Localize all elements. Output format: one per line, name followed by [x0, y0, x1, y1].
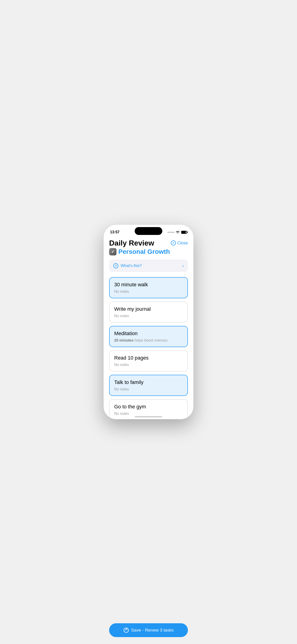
- task-notes-2: No notes: [114, 314, 183, 318]
- task-notes-extra-3: helps boost memory: [134, 338, 168, 342]
- task-list: 30 minute walk No notes Write my journal…: [109, 277, 188, 419]
- battery-icon: [181, 231, 187, 234]
- task-card-4[interactable]: Read 10 pages No notes: [109, 350, 188, 372]
- task-title-3: Meditation: [114, 330, 183, 336]
- status-time: 13:57: [110, 230, 120, 234]
- subtitle-row: ✓ Personal Growth: [109, 248, 188, 256]
- info-text: What's this?: [121, 264, 142, 268]
- task-notes-4: No notes: [114, 363, 183, 367]
- dynamic-island: [135, 227, 162, 235]
- info-left: ? What's this?: [113, 263, 142, 268]
- main-content: Daily Review ✕ Close ✓ Personal Growth: [104, 236, 194, 419]
- task-card-5[interactable]: Talk to family No notes: [109, 375, 188, 396]
- task-notes-1: No notes: [114, 290, 183, 294]
- task-title-2: Write my journal: [114, 306, 183, 312]
- checkmark-icon: ✓: [111, 249, 115, 254]
- status-icons: [168, 230, 187, 234]
- question-icon: ?: [113, 263, 118, 268]
- task-title-4: Read 10 pages: [114, 355, 183, 361]
- category-title: Personal Growth: [118, 248, 170, 256]
- task-title-1: 30 minute walk: [114, 282, 183, 288]
- task-card-2[interactable]: Write my journal No notes: [109, 302, 188, 323]
- task-title-6: Go to the gym: [114, 404, 183, 410]
- page-title: Daily Review: [109, 239, 154, 247]
- task-notes-6: No notes: [114, 412, 183, 416]
- header: Daily Review ✕ Close: [109, 239, 188, 247]
- task-notes-bold-3: 20 minutes: [114, 338, 134, 342]
- task-title-5: Talk to family: [114, 379, 183, 385]
- close-label: Close: [177, 241, 188, 246]
- close-button[interactable]: ✕ Close: [171, 240, 188, 246]
- status-bar: 13:57: [104, 225, 194, 236]
- task-notes-3: 20 minutes helps boost memory: [114, 338, 183, 342]
- home-indicator: [135, 416, 162, 417]
- whats-this-box[interactable]: ? What's this? ›: [109, 260, 188, 272]
- task-card-3[interactable]: Meditation 20 minutes helps boost memory: [109, 326, 188, 347]
- close-circle-icon: ✕: [171, 240, 176, 246]
- chevron-right-icon: ›: [182, 264, 184, 268]
- signal-icon: [168, 232, 174, 233]
- checkbox-icon: ✓: [109, 248, 116, 256]
- wifi-icon: [176, 230, 180, 234]
- task-card-1[interactable]: 30 minute walk No notes: [109, 277, 188, 298]
- task-notes-5: No notes: [114, 387, 183, 391]
